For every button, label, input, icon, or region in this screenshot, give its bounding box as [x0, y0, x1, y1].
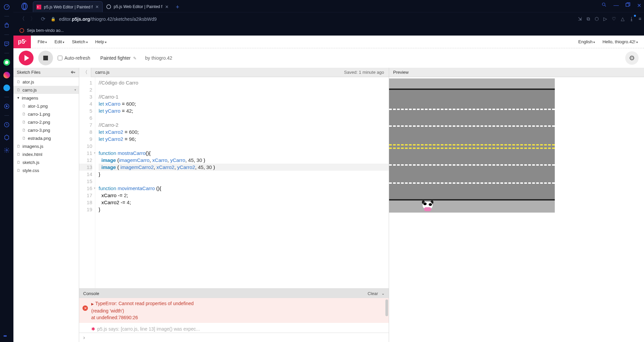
- cast-icon[interactable]: ▷: [603, 16, 607, 22]
- rail-divider: [4, 53, 9, 53]
- file-icon: 🗋: [17, 152, 20, 156]
- minimize-icon[interactable]: —: [613, 2, 619, 8]
- svg-rect-10: [626, 3, 629, 6]
- back-icon[interactable]: 〈: [19, 15, 25, 22]
- extensions-icon[interactable]: [3, 134, 10, 141]
- code-editor[interactable]: 12345678910111213141516171819 //Código d…: [79, 77, 389, 288]
- p5-favicon-icon: *: [37, 5, 41, 9]
- menu-file[interactable]: File: [38, 39, 47, 44]
- browser-tab[interactable]: * p5.js Web Editor | Painted f ✕: [33, 1, 103, 12]
- file-row[interactable]: 🗋carro-2.png: [13, 118, 79, 126]
- url-text: editor.editor.p5js.orgp5js.org/thiogro.4…: [59, 16, 157, 22]
- menu-sketch[interactable]: Sketch: [72, 39, 88, 44]
- browser-tab-strip: * p5.js Web Editor | Painted f ✕ p5.js W…: [13, 0, 644, 12]
- browser-tab[interactable]: p5.js Web Editor | Painted f ✕: [103, 1, 172, 12]
- p5-menubar: p5* File Edit Sketch Help English Hello,…: [13, 36, 644, 48]
- heart-icon[interactable]: ♡: [612, 16, 616, 22]
- player-icon[interactable]: [3, 103, 10, 110]
- download-icon[interactable]: ⭳: [629, 16, 634, 22]
- console-body[interactable]: ✕ ▶TypeError: Cannot read properties of …: [79, 298, 389, 333]
- rail-more-icon[interactable]: •••: [3, 333, 6, 339]
- svg-point-5: [23, 4, 25, 9]
- editor-tab-bar: 〈 carro.js Saved: 1 minute ago: [79, 68, 389, 77]
- settings-button[interactable]: ⚙: [625, 51, 639, 65]
- browser-side-rail: [0, 0, 13, 342]
- file-menu-icon[interactable]: ▾: [74, 88, 76, 92]
- file-icon: 🗋: [17, 168, 20, 172]
- file-row[interactable]: 🗋estrada.png: [13, 134, 79, 142]
- addr-right-icons: ⇲ ⧉ ⬡ ▷ ♡ △ ⭳ ≡: [578, 16, 641, 22]
- twitter-icon[interactable]: [3, 84, 10, 92]
- settings-icon[interactable]: [3, 147, 10, 154]
- file-icon: 🗋: [17, 80, 20, 84]
- file-row[interactable]: 🗋carro.js▾: [13, 86, 79, 94]
- files-menu-icon[interactable]: �▾: [71, 71, 75, 74]
- bookmark-item[interactable]: Seja bem-vindo ao...: [27, 28, 64, 33]
- snapshot-icon[interactable]: ⧉: [587, 16, 590, 22]
- easy-setup-icon[interactable]: ≡: [639, 16, 641, 22]
- collapse-files-button[interactable]: 〈: [79, 68, 91, 77]
- whatsapp-icon[interactable]: [3, 59, 10, 66]
- send-tab-icon[interactable]: ⇲: [578, 16, 582, 22]
- language-selector[interactable]: English: [578, 39, 595, 44]
- file-icon: 🗋: [22, 136, 26, 140]
- bookmark-bar: Seja bem-vindo ao...: [13, 25, 644, 36]
- p5-favicon-icon: [106, 4, 111, 9]
- menu-edit[interactable]: Edit: [54, 39, 64, 44]
- console-scrollbar[interactable]: [385, 298, 389, 333]
- user-greeting[interactable]: Hello, thiogro.42!: [602, 39, 638, 44]
- file-row[interactable]: 🗋carro-3.png: [13, 126, 79, 134]
- folder-row[interactable]: ▼imagens: [13, 94, 79, 102]
- console-prompt[interactable]: ›: [79, 333, 389, 342]
- history-icon[interactable]: [3, 121, 10, 128]
- sketch-author: by thiogro.42: [145, 55, 172, 61]
- opera-logo-icon[interactable]: [19, 1, 30, 11]
- tab-close-icon[interactable]: ✕: [165, 4, 169, 9]
- play-button[interactable]: [19, 51, 34, 65]
- file-row[interactable]: 🗋imagens.js: [13, 142, 79, 150]
- sketch-canvas: [389, 78, 555, 213]
- maximize-icon[interactable]: [626, 2, 630, 8]
- file-row[interactable]: 🗋ator-1.png: [13, 102, 79, 110]
- rail-divider: [4, 115, 9, 116]
- file-row[interactable]: 🗋ator.js: [13, 78, 79, 86]
- error-icon: ✕: [83, 305, 88, 311]
- preview-column: Preview: [389, 68, 644, 342]
- search-icon[interactable]: [601, 2, 607, 9]
- twitch-icon[interactable]: [3, 40, 10, 48]
- file-row[interactable]: 🗋sketch.js: [13, 158, 79, 166]
- file-icon: 🗋: [17, 144, 20, 148]
- shield-icon[interactable]: ⬡: [595, 16, 599, 22]
- profile-icon[interactable]: △: [621, 16, 625, 22]
- preview-body: [389, 77, 644, 342]
- sketch-name[interactable]: Painted fighter ✎: [100, 55, 137, 61]
- file-list: 🗋ator.js🗋carro.js▾▼imagens🗋ator-1.png🗋ca…: [13, 77, 79, 342]
- url-field[interactable]: 🔒 editor.editor.p5js.orgp5js.org/thiogro…: [51, 16, 573, 22]
- tab-close-icon[interactable]: ✕: [95, 4, 99, 9]
- tab-title: p5.js Web Editor | Painted f: [44, 5, 93, 9]
- new-tab-button[interactable]: +: [172, 4, 183, 12]
- rail-divider: [4, 16, 9, 16]
- reload-icon[interactable]: ⟳: [41, 16, 45, 22]
- instagram-icon[interactable]: [3, 71, 10, 79]
- file-row[interactable]: 🗋style.css: [13, 166, 79, 174]
- speed-dial-icon[interactable]: [3, 3, 10, 11]
- edit-name-icon[interactable]: ✎: [132, 56, 136, 61]
- console-panel: Console Clear ⌄ ✕ ▶TypeError: Cannot rea…: [79, 288, 389, 342]
- cow-sprite: [423, 202, 433, 212]
- auto-refresh-checkbox[interactable]: Auto-refresh: [58, 55, 90, 61]
- console-error: ✕ ▶TypeError: Cannot read properties of …: [79, 298, 389, 323]
- menu-help[interactable]: Help: [95, 39, 107, 44]
- file-row[interactable]: 🗋carro-1.png: [13, 110, 79, 118]
- window-controls: — ✕: [601, 2, 641, 9]
- console-clear-button[interactable]: Clear: [368, 291, 378, 296]
- file-row[interactable]: 🗋index.html: [13, 150, 79, 158]
- shopping-icon[interactable]: [3, 22, 10, 29]
- preview-header: Preview: [389, 68, 644, 77]
- close-window-icon[interactable]: ✕: [637, 2, 641, 9]
- p5-logo[interactable]: p5*: [13, 36, 31, 48]
- saved-status: Saved: 1 minute ago: [344, 70, 389, 75]
- stop-button[interactable]: [38, 51, 53, 65]
- console-collapse-icon[interactable]: ⌄: [381, 291, 385, 296]
- tab-title: p5.js Web Editor | Painted f: [114, 4, 162, 9]
